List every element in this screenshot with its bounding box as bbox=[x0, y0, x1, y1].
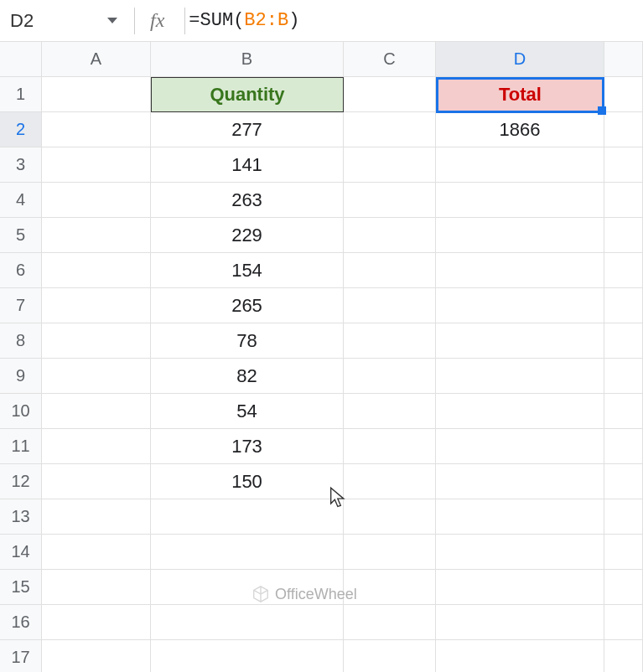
cell-E1[interactable] bbox=[604, 77, 643, 112]
cell-B11[interactable]: 173 bbox=[151, 429, 344, 464]
cell-C10[interactable] bbox=[344, 394, 436, 429]
cell-D9[interactable] bbox=[436, 359, 604, 394]
row-header[interactable]: 3 bbox=[0, 147, 42, 183]
row-header[interactable]: 2 bbox=[0, 112, 42, 147]
row-header[interactable]: 5 bbox=[0, 218, 42, 253]
cell-B8[interactable]: 78 bbox=[151, 323, 344, 359]
row-header[interactable]: 10 bbox=[0, 394, 42, 429]
cell-A1[interactable] bbox=[42, 77, 151, 112]
cell-D12[interactable] bbox=[436, 464, 604, 499]
row-header[interactable]: 15 bbox=[0, 570, 42, 605]
row-header[interactable]: 7 bbox=[0, 288, 42, 323]
cell-D2[interactable]: 1866 bbox=[436, 112, 604, 147]
cell-E17[interactable] bbox=[604, 640, 643, 672]
row-header[interactable]: 13 bbox=[0, 499, 42, 535]
cell-C14[interactable] bbox=[344, 535, 436, 570]
cell-C2[interactable] bbox=[344, 112, 436, 147]
cell-A2[interactable] bbox=[42, 112, 151, 147]
cell-E8[interactable] bbox=[604, 323, 643, 359]
cell-B17[interactable] bbox=[151, 640, 344, 672]
cell-C16[interactable] bbox=[344, 605, 436, 640]
col-header-C[interactable]: C bbox=[344, 42, 436, 77]
cell-B2[interactable]: 277 bbox=[151, 112, 344, 147]
cell-B10[interactable]: 54 bbox=[151, 394, 344, 429]
cell-A5[interactable] bbox=[42, 218, 151, 253]
cell-E4[interactable] bbox=[604, 183, 643, 218]
cell-B3[interactable]: 141 bbox=[151, 147, 344, 183]
cell-C5[interactable] bbox=[344, 218, 436, 253]
cell-B16[interactable] bbox=[151, 605, 344, 640]
cell-D6[interactable] bbox=[436, 253, 604, 288]
cell-A9[interactable] bbox=[42, 359, 151, 394]
cell-B1[interactable]: Quantity bbox=[151, 77, 344, 112]
cell-C7[interactable] bbox=[344, 288, 436, 323]
cell-A17[interactable] bbox=[42, 640, 151, 672]
cell-C12[interactable] bbox=[344, 464, 436, 499]
cell-E11[interactable] bbox=[604, 429, 643, 464]
cell-A14[interactable] bbox=[42, 535, 151, 570]
cell-A3[interactable] bbox=[42, 147, 151, 183]
cell-A8[interactable] bbox=[42, 323, 151, 359]
cell-E5[interactable] bbox=[604, 218, 643, 253]
cell-A7[interactable] bbox=[42, 288, 151, 323]
cell-A13[interactable] bbox=[42, 499, 151, 535]
cell-A16[interactable] bbox=[42, 605, 151, 640]
cell-A15[interactable] bbox=[42, 570, 151, 605]
cell-B9[interactable]: 82 bbox=[151, 359, 344, 394]
cell-E16[interactable] bbox=[604, 605, 643, 640]
cell-D1[interactable]: Total bbox=[436, 77, 604, 112]
cell-D7[interactable] bbox=[436, 288, 604, 323]
cell-C4[interactable] bbox=[344, 183, 436, 218]
cell-D14[interactable] bbox=[436, 535, 604, 570]
cell-B12[interactable]: 150 bbox=[151, 464, 344, 499]
cell-A6[interactable] bbox=[42, 253, 151, 288]
cell-C3[interactable] bbox=[344, 147, 436, 183]
cell-D4[interactable] bbox=[436, 183, 604, 218]
row-header[interactable]: 4 bbox=[0, 183, 42, 218]
cell-E9[interactable] bbox=[604, 359, 643, 394]
cell-B7[interactable]: 265 bbox=[151, 288, 344, 323]
cell-D17[interactable] bbox=[436, 640, 604, 672]
cell-C9[interactable] bbox=[344, 359, 436, 394]
cell-C8[interactable] bbox=[344, 323, 436, 359]
cell-B13[interactable] bbox=[151, 499, 344, 535]
cell-B5[interactable]: 229 bbox=[151, 218, 344, 253]
cell-D3[interactable] bbox=[436, 147, 604, 183]
cell-E15[interactable] bbox=[604, 570, 643, 605]
cell-A11[interactable] bbox=[42, 429, 151, 464]
row-header[interactable]: 9 bbox=[0, 359, 42, 394]
cell-C15[interactable] bbox=[344, 570, 436, 605]
col-header-D[interactable]: D bbox=[436, 42, 604, 77]
cell-A12[interactable] bbox=[42, 464, 151, 499]
cell-D8[interactable] bbox=[436, 323, 604, 359]
cell-C17[interactable] bbox=[344, 640, 436, 672]
cell-E14[interactable] bbox=[604, 535, 643, 570]
cell-E13[interactable] bbox=[604, 499, 643, 535]
cell-E12[interactable] bbox=[604, 464, 643, 499]
cell-D5[interactable] bbox=[436, 218, 604, 253]
row-header[interactable]: 6 bbox=[0, 253, 42, 288]
col-header-B[interactable]: B bbox=[151, 42, 344, 77]
cell-D16[interactable] bbox=[436, 605, 604, 640]
cell-E3[interactable] bbox=[604, 147, 643, 183]
cell-D11[interactable] bbox=[436, 429, 604, 464]
cell-A4[interactable] bbox=[42, 183, 151, 218]
col-header-A[interactable]: A bbox=[42, 42, 151, 77]
cell-E10[interactable] bbox=[604, 394, 643, 429]
row-header[interactable]: 11 bbox=[0, 429, 42, 464]
cell-C13[interactable] bbox=[344, 499, 436, 535]
name-box[interactable]: D2 bbox=[7, 10, 91, 32]
cell-C11[interactable] bbox=[344, 429, 436, 464]
cell-D10[interactable] bbox=[436, 394, 604, 429]
cell-C6[interactable] bbox=[344, 253, 436, 288]
row-header[interactable]: 14 bbox=[0, 535, 42, 570]
row-header[interactable]: 8 bbox=[0, 323, 42, 359]
name-box-dropdown[interactable] bbox=[107, 18, 117, 23]
cell-C1[interactable] bbox=[344, 77, 436, 112]
cell-D13[interactable] bbox=[436, 499, 604, 535]
col-header-E[interactable] bbox=[604, 42, 643, 77]
cell-D15[interactable] bbox=[436, 570, 604, 605]
cell-A10[interactable] bbox=[42, 394, 151, 429]
cell-B14[interactable] bbox=[151, 535, 344, 570]
cell-E7[interactable] bbox=[604, 288, 643, 323]
